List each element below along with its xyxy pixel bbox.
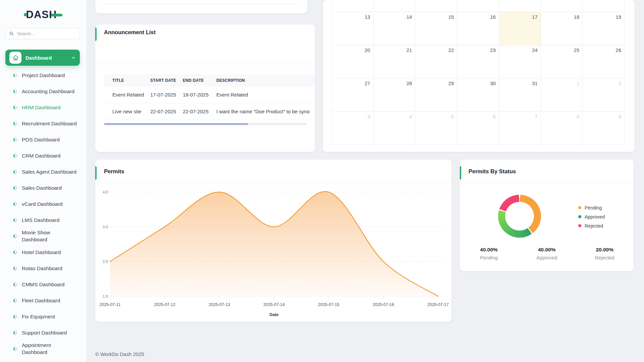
calendar-cell-16[interactable]: 16 (457, 12, 499, 45)
calendar-cell-26[interactable]: 26 (583, 45, 625, 78)
calendar-cell-1[interactable]: 1 (541, 78, 583, 112)
calendar-cell-partial[interactable] (415, 0, 457, 12)
svg-text:4.0: 4.0 (103, 190, 108, 194)
menu-bullet-icon (13, 186, 17, 190)
calendar-cell-partial[interactable] (374, 0, 416, 12)
calendar-cell-3[interactable]: 3 (332, 112, 374, 145)
calendar-cell-partial[interactable] (499, 0, 541, 12)
menu-bullet-icon (13, 283, 17, 286)
sidebar-item-fleet-dashboard[interactable]: Fleet Dashboard (0, 292, 86, 308)
svg-text:Date: Date (269, 312, 278, 317)
calendar-cell-18[interactable]: 18 (541, 12, 583, 45)
calendar-cell-23[interactable]: 23 (457, 45, 499, 78)
sidebar-item-label: LMS Dashboard (22, 217, 59, 224)
sidebar-item-cmms-dashboard[interactable]: CMMS Dashboard (0, 276, 86, 292)
menu-bullet-icon (13, 73, 17, 77)
search-input[interactable] (16, 31, 76, 37)
app-logo[interactable]: DASH (0, 9, 86, 20)
calendar-cell-19[interactable]: 19 (583, 12, 625, 45)
menu-bullet-icon (13, 218, 17, 222)
search-icon (9, 31, 14, 36)
calendar-cell-31[interactable]: 31 (499, 78, 541, 112)
sidebar-item-dashboard[interactable]: Dashboard (5, 50, 80, 66)
svg-text:2.0: 2.0 (103, 259, 108, 263)
legend-item-pending[interactable]: Pending (578, 203, 605, 212)
calendar-cell-25[interactable]: 25 (541, 45, 583, 78)
stat-percentage: 40.00% (518, 247, 576, 253)
sidebar-item-recruitment-dashboard[interactable]: Recruitment Dashboard (0, 115, 86, 131)
chevron-down-icon (71, 55, 76, 60)
footer-copyright: © WorkDo Dash 2025 (95, 351, 144, 357)
table-cell: 18-07-2025 (183, 86, 216, 103)
legend-item-rejected[interactable]: Rejected (578, 221, 605, 230)
sidebar-search (5, 28, 80, 39)
sidebar-item-lms-dashboard[interactable]: LMS Dashboard (0, 212, 86, 228)
horizontal-scrollbar-track[interactable] (104, 123, 307, 125)
announcement-table-scroll-area[interactable]: TITLESTART DATEEND DATEDESCRIPTION Event… (104, 74, 315, 121)
legend-label: Approved (585, 214, 605, 220)
cutoff-card (95, 0, 307, 13)
horizontal-scrollbar-thumb[interactable] (104, 123, 248, 125)
sidebar-item-pos-dashboard[interactable]: POS Dashboard (0, 131, 86, 147)
sidebar-item-movie-show-dashboard[interactable]: Movie Show Dashboard (0, 228, 86, 244)
calendar-cell-24[interactable]: 24 (499, 45, 541, 78)
calendar-cell-29[interactable]: 29 (415, 78, 457, 112)
legend-item-approved[interactable]: Approved (578, 212, 605, 221)
calendar-cell-4[interactable]: 4 (374, 112, 416, 145)
sidebar-item-support-dashboard[interactable]: Support Dashboard (0, 324, 86, 341)
calendar-cell-28[interactable]: 28 (374, 78, 416, 112)
calendar-cell-5[interactable]: 5 (415, 112, 457, 145)
card-accent-bar (95, 166, 97, 180)
calendar-cell-22[interactable]: 22 (415, 45, 457, 78)
sidebar-item-appointment-dashboard[interactable]: Appointment Dashboard (0, 341, 86, 357)
calendar-cell-partial[interactable] (457, 0, 499, 12)
calendar-cell-27[interactable]: 27 (332, 78, 374, 112)
permits-title: Permits (104, 168, 124, 175)
calendar-cell-14[interactable]: 14 (374, 12, 416, 45)
sidebar-item-fix-equipment[interactable]: Fix Equipment (0, 308, 86, 324)
sidebar-item-hrm-dashboard[interactable]: HRM Dashboard (0, 99, 86, 115)
table-cell: Event Related (104, 86, 150, 103)
menu-bullet-icon (13, 250, 17, 254)
svg-text:2025-07-15: 2025-07-15 (318, 302, 339, 307)
sidebar-item-sales-agent-dashboard[interactable]: Sales Agent Dashboard (0, 164, 86, 180)
calendar-card: 1314151617181920212223242526272829303112… (323, 0, 635, 152)
calendar-cell-9[interactable]: 9 (583, 112, 625, 145)
sidebar-item-label: vCard Dashboard (22, 200, 62, 207)
table-row: Live new site22-07-202522-07-2025I want … (104, 103, 315, 120)
calendar-cell-2[interactable]: 2 (583, 78, 625, 112)
calendar-cell-20[interactable]: 20 (332, 45, 374, 78)
calendar-cell-13[interactable]: 13 (332, 12, 374, 45)
sidebar-item-vcard-dashboard[interactable]: vCard Dashboard (0, 196, 86, 212)
logo-dash-icon (51, 14, 62, 16)
column-header: TITLE (104, 74, 150, 86)
calendar-cell-17[interactable]: 17 (499, 12, 541, 45)
svg-text:2025-07-14: 2025-07-14 (263, 302, 285, 307)
table-cell: 22-07-2025 (183, 103, 216, 120)
sidebar-item-sales-dashboard[interactable]: Sales Dashboard (0, 180, 86, 196)
calendar-cell-partial[interactable] (332, 0, 374, 12)
calendar-cell-30[interactable]: 30 (457, 78, 499, 112)
calendar-cell-6[interactable]: 6 (457, 112, 499, 145)
svg-text:2025-07-11: 2025-07-11 (99, 302, 120, 307)
menu-bullet-icon (13, 106, 17, 109)
sidebar-item-rotas-dashboard[interactable]: Rotas Dashboard (0, 260, 86, 276)
status-stats-row: 40.00%Pending40.00%Approved20.00%Rejecte… (460, 247, 634, 260)
table-cell: 17-07-2025 (150, 86, 183, 103)
sidebar-item-label: Movie Show Dashboard (22, 229, 77, 243)
svg-text:2025-07-12: 2025-07-12 (154, 302, 175, 307)
calendar-cell-15[interactable]: 15 (415, 12, 457, 45)
menu-bullet-icon (13, 266, 17, 270)
menu-bullet-icon (13, 89, 17, 93)
calendar-cell-7[interactable]: 7 (499, 112, 541, 145)
calendar-cell-partial[interactable] (583, 0, 625, 12)
sidebar-item-project-dashboard[interactable]: Project Dashboard (0, 67, 86, 83)
calendar-cell-21[interactable]: 21 (374, 45, 416, 78)
menu-bullet-icon (13, 154, 17, 158)
calendar-cell-8[interactable]: 8 (541, 112, 583, 145)
calendar-cell-partial[interactable] (541, 0, 583, 12)
card-divider (460, 183, 634, 183)
sidebar-item-crm-dashboard[interactable]: CRM Dashboard (0, 147, 86, 164)
sidebar-item-hotel-dashboard[interactable]: Hotel Dashboard (0, 244, 86, 260)
sidebar-item-accounting-dashboard[interactable]: Accounting Dashboard (0, 83, 86, 99)
